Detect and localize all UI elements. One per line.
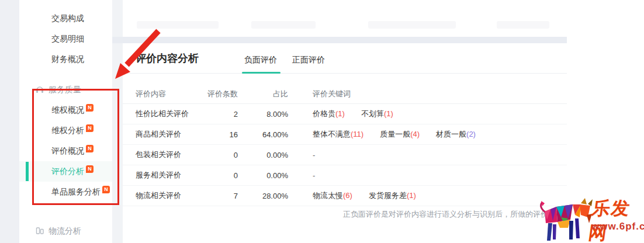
cell-category: 服务相关评价 [136,170,206,180]
cell-keywords: - [313,151,315,159]
sidebar-item-label: 服务质量 [49,85,81,94]
watermark: 乐发网 www.6pf.cn [536,196,644,243]
cell-keywords: 整体不满意(11)质量一般(4)材质一般(2) [313,129,476,140]
sidebar-item-label: 交易构成 [51,13,84,23]
faded-content-block [137,21,219,29]
sidebar-item-review-overview[interactable]: 评价概况N [19,141,112,161]
tab-negative-reviews[interactable]: 负面评价 [244,55,277,65]
empty-value: - [313,151,315,159]
cell-count: 0 [206,151,238,159]
sidebar-item-item-service-analysis[interactable]: 单品服务分析N [19,182,112,202]
cell-count: 7 [206,192,238,200]
bull-logo-icon [536,197,593,243]
sidebar-item-rights-analysis[interactable]: 维权分析N [19,120,112,141]
logistics-icon [35,223,44,232]
cell-count: 2 [206,110,238,119]
new-badge: N [86,104,94,112]
sidebar-item-label: 评价概况 [51,146,84,155]
header-keywords: 评价关键词 [313,89,351,99]
cell-keywords: 物流太慢(6)发货服务差(1) [313,190,416,201]
sidebar-item-label: 财务概况 [51,54,84,64]
header-percent: 占比 [238,89,288,99]
sidebar-item-label: 交易明细 [51,34,84,43]
tabs-divider [123,73,567,74]
cell-count: 0 [206,171,238,180]
table-row: 服务相关评价00.00%- [123,165,567,186]
sidebar-item-label: 维权概况 [51,105,84,114]
cell-category: 商品相关评价 [136,129,206,140]
sidebar-item-rights-overview[interactable]: 维权概况N [19,100,112,120]
table-row: 商品相关评价1664.00%整体不满意(11)质量一般(4)材质一般(2) [123,124,567,145]
sidebar-item-finance-overview[interactable]: 财务概况 [19,49,112,70]
cell-keywords: 价格贵(1)不划算(1) [313,109,393,119]
keyword-link[interactable]: 物流太慢(6) [313,190,352,201]
table-row: 物流相关评价728.00%物流太慢(6)发货服务差(1) [123,186,567,206]
cell-category: 包装相关评价 [136,150,206,160]
footnote-text: 正负面评价是对评价内容进行语义分析与识别后，所做的评价内容 [343,209,563,220]
sidebar-item-label: 维权分析 [51,126,84,135]
sidebar-item-trade-composition[interactable]: 交易构成 [19,8,112,29]
faded-content-block [251,21,316,29]
active-tab-underline [242,72,281,74]
table-body: 性价比相关评价28.00%价格贵(1)不划算(1)商品相关评价1664.00%整… [123,104,567,206]
sidebar-item-review-analysis[interactable]: 评价分析N [19,161,112,182]
sidebar-item-label: 单品服务分析 [51,187,101,196]
top-strip [123,13,567,37]
headset-icon [35,81,44,91]
table-header-row: 评价内容 评价条数 占比 评价关键词 [123,84,567,104]
cell-keywords: - [313,171,315,180]
cell-percent: 0.00% [238,171,288,180]
sidebar-items: 交易构成交易明细财务概况服务质量维权概况N维权分析N评价概况N评价分析N单品服务… [19,8,112,241]
cell-category: 物流相关评价 [136,190,206,201]
left-rail [0,0,19,243]
new-badge: N [86,145,94,152]
sidebar-section-service-quality[interactable]: 服务质量 [19,79,112,100]
watermark-site-url: www.6pf.cn [591,221,644,232]
faded-content-block [497,21,549,29]
keyword-link[interactable]: 材质一般(2) [436,129,476,140]
keyword-link[interactable]: 质量一般(4) [380,129,420,140]
sidebar-item-label: 评价分析 [51,166,84,176]
page-title: 评价内容分析 [136,51,199,65]
cell-percent: 64.00% [238,130,288,139]
table-row: 性价比相关评价28.00%价格贵(1)不划算(1) [123,104,567,124]
cell-percent: 8.00% [238,110,288,119]
header-count: 评价条数 [206,89,238,99]
keyword-link[interactable]: 不划算(1) [361,109,393,119]
active-item-indicator [26,162,29,181]
sidebar-item-label: 物流分析 [49,226,81,235]
cell-count: 16 [206,130,238,139]
cell-category: 性价比相关评价 [136,109,206,119]
sidebar-section-logistics-analysis[interactable]: 物流分析 [19,221,112,241]
tab-positive-reviews[interactable]: 正面评价 [292,55,325,65]
cell-percent: 0.00% [238,151,288,159]
review-analysis-panel: 评价内容分析 负面评价 正面评价 评价内容 评价条数 占比 评价关键词 性价比相… [123,43,567,243]
sidebar-item-trade-detail[interactable]: 交易明细 [19,29,112,49]
analytics-page: 交易构成交易明细财务概况服务质量维权概况N维权分析N评价概况N评价分析N单品服务… [0,0,644,243]
keyword-link[interactable]: 发货服务差(1) [369,190,416,201]
new-badge: N [86,165,94,173]
sidebar: 交易构成交易明细财务概况服务质量维权概况N维权分析N评价概况N评价分析N单品服务… [19,0,112,243]
keyword-link[interactable]: 整体不满意(11) [313,129,363,140]
empty-value: - [313,171,315,180]
header-category: 评价内容 [136,89,206,99]
table-row: 包装相关评价00.00%- [123,145,567,165]
watermark-site-name: 乐发网 [587,196,644,243]
faded-content-block [368,21,456,29]
cell-percent: 28.00% [238,192,288,200]
new-badge: N [102,186,110,193]
review-table: 评价内容 评价条数 占比 评价关键词 性价比相关评价28.00%价格贵(1)不划… [123,84,567,206]
keyword-link[interactable]: 价格贵(1) [313,109,345,119]
panel-separator [112,37,567,43]
new-badge: N [86,124,94,132]
